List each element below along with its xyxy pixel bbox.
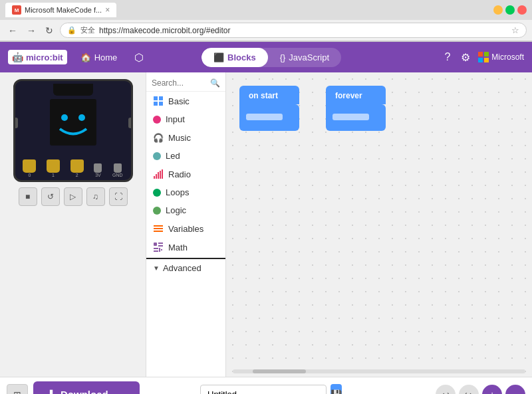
tab-title: Microsoft MakeCode f...	[25, 6, 102, 14]
toolbox-item-loops[interactable]: Loops	[146, 183, 225, 201]
browser-addressbar: ← → ↻ 🔒 安全 https://makecode.microbit.org…	[0, 20, 532, 41]
device-screen-area	[47, 96, 100, 149]
block-on-start[interactable]: on start	[239, 86, 299, 131]
loops-label: Loops	[166, 187, 189, 197]
download-btn[interactable]: ⬇ Download	[33, 381, 140, 394]
restart-btn[interactable]: ↺	[41, 187, 60, 206]
scrollbar-thumb[interactable]	[253, 369, 306, 373]
toolbox-item-led[interactable]: Led	[146, 147, 225, 165]
tab-javascript[interactable]: {} JavaScript	[268, 48, 341, 67]
logo-box: 🤖 micro:bit	[8, 50, 67, 64]
redo-btn[interactable]: ↪	[459, 385, 479, 395]
security-icon: 🔒	[67, 26, 76, 35]
svg-point-1	[61, 114, 68, 121]
ms-squares-icon	[478, 52, 489, 62]
svg-rect-5	[154, 102, 158, 106]
workspace[interactable]: on start forever	[226, 72, 532, 377]
logo-text: micro:bit	[26, 52, 63, 62]
tab-blocks[interactable]: ⬛ Blocks	[201, 48, 268, 67]
back-btn[interactable]: ←	[5, 24, 20, 37]
favicon: M	[12, 5, 21, 15]
minimize-btn[interactable]	[493, 5, 503, 15]
zoom-in-btn[interactable]: +	[482, 385, 502, 395]
radio-icon	[153, 169, 164, 179]
workspace-scrollbar[interactable]	[226, 369, 532, 374]
tab-close-btn[interactable]: ×	[105, 5, 110, 15]
zoom-out-btn[interactable]: −	[505, 385, 525, 395]
address-bar[interactable]: 🔒 安全 https://makecode.microbit.org/#edit…	[60, 23, 527, 38]
home-icon: 🏠	[80, 52, 91, 62]
svg-rect-10	[160, 171, 161, 179]
svg-rect-19	[154, 250, 158, 252]
svg-rect-16	[158, 243, 163, 244]
led-label: Led	[166, 151, 180, 161]
forward-btn[interactable]: →	[24, 24, 39, 37]
music-icon: 🎧	[153, 132, 164, 143]
block-notch-2	[332, 114, 369, 120]
toolbox-item-variables[interactable]: Variables	[146, 219, 225, 238]
loops-icon	[153, 189, 161, 197]
toolbox-item-math[interactable]: Math	[146, 238, 225, 256]
block-forever[interactable]: forever	[326, 86, 386, 131]
search-input[interactable]	[152, 78, 207, 88]
device-pins: 0 1 2 3V GND	[15, 159, 131, 177]
svg-rect-9	[158, 172, 159, 179]
block-container: on start forever	[239, 86, 386, 131]
help-btn[interactable]: ?	[442, 49, 453, 66]
toolbox-item-radio[interactable]: Radio	[146, 165, 225, 183]
input-label: Input	[166, 114, 185, 124]
stop-btn[interactable]: ■	[19, 187, 37, 206]
address-actions: ☆	[511, 25, 519, 35]
download-label: Download	[61, 389, 108, 394]
ms-label: Microsoft	[491, 52, 524, 62]
close-btn[interactable]	[517, 5, 527, 15]
variables-icon	[153, 223, 164, 234]
home-label: Home	[94, 52, 118, 62]
variables-label: Variables	[168, 224, 203, 234]
block-notch-1	[246, 114, 283, 120]
browser-tab[interactable]: M Microsoft MakeCode f... ×	[5, 3, 116, 17]
logic-icon	[153, 207, 161, 215]
toolbox-item-advanced[interactable]: ▼ Advanced	[146, 258, 225, 277]
device-button-b[interactable]	[128, 118, 133, 128]
svg-point-2	[78, 114, 85, 121]
svg-rect-0	[50, 99, 96, 146]
maximize-btn[interactable]	[505, 5, 515, 15]
save-icon-btn[interactable]: 💾	[331, 384, 342, 395]
forever-label: forever	[335, 91, 362, 100]
device-top-decor	[15, 84, 131, 96]
undo-btn[interactable]: ↩	[436, 385, 456, 395]
sim-controls: ■ ↺ ▷ ♫ ⛶	[19, 187, 128, 206]
fullscreen-btn[interactable]: ⛶	[109, 187, 128, 206]
home-btn[interactable]: 🏠 Home	[74, 49, 124, 66]
blocks-icon: ⬛	[213, 52, 224, 62]
project-name-input[interactable]	[200, 385, 327, 394]
settings-btn[interactable]: ⚙	[458, 49, 473, 66]
app-main: 0 1 2 3V GND	[0, 72, 532, 377]
math-label: Math	[168, 243, 188, 252]
input-icon	[153, 116, 161, 124]
toolbox-item-input[interactable]: Input	[146, 110, 225, 128]
tab-blocks-label: Blocks	[227, 52, 256, 62]
slowmo-btn[interactable]: ▷	[64, 187, 82, 206]
header-tabs: ⬛ Blocks {} JavaScript	[201, 48, 341, 67]
svg-rect-11	[162, 169, 163, 179]
download-icon: ⬇	[47, 388, 55, 394]
device-button-a[interactable]	[13, 118, 18, 128]
toolbox-item-basic[interactable]: Basic	[146, 92, 225, 110]
bookmark-icon[interactable]: ☆	[511, 25, 519, 35]
search-icon[interactable]: 🔍	[210, 78, 220, 88]
svg-rect-20	[159, 248, 160, 252]
toolbox-item-music[interactable]: 🎧 Music	[146, 128, 225, 147]
refresh-btn[interactable]: ↻	[43, 24, 56, 37]
microbit-device: 0 1 2 3V GND	[13, 79, 133, 182]
tab-js-label: JavaScript	[289, 52, 329, 62]
toolbox-item-logic[interactable]: Logic	[146, 201, 225, 219]
window-controls	[493, 5, 527, 15]
sound-btn[interactable]: ♫	[86, 187, 105, 206]
share-icon[interactable]: ⬡	[130, 47, 148, 68]
expand-btn[interactable]: ⊞	[7, 384, 28, 395]
scrollbar-track	[233, 369, 525, 373]
svg-rect-18	[154, 248, 158, 249]
search-bar: 🔍	[146, 75, 225, 92]
